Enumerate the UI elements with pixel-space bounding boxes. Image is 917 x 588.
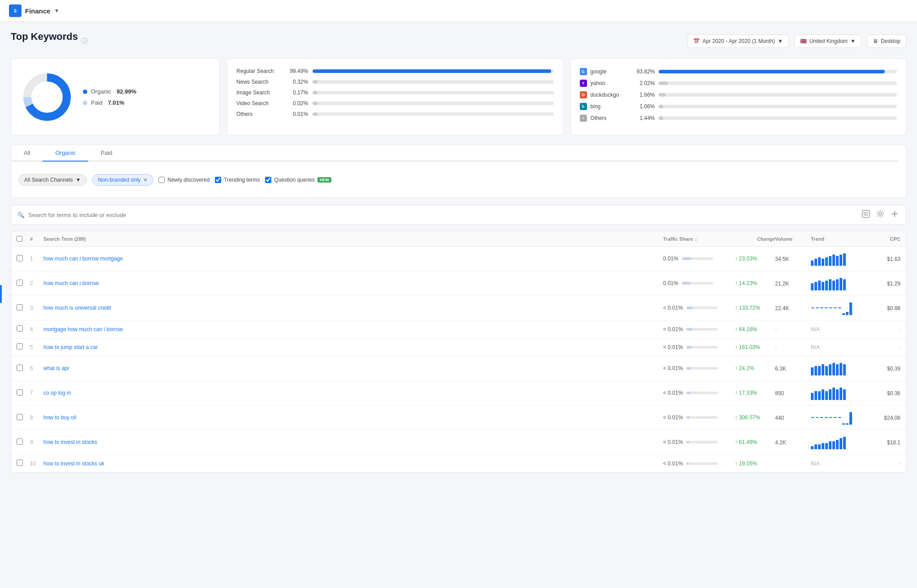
row-term[interactable]: how to jump start a car — [43, 344, 663, 350]
logo: G — [9, 4, 21, 17]
row-checkbox-cell[interactable] — [17, 365, 30, 372]
organic-legend: Organic 92.99% — [83, 88, 137, 95]
trending-checkbox[interactable] — [215, 177, 221, 183]
sort-icon[interactable]: ↓ — [695, 236, 698, 242]
volume-na: - — [775, 460, 777, 467]
trend-bar — [843, 253, 846, 266]
row-checkbox-cell[interactable] — [17, 439, 30, 446]
trend-bar-dashed — [811, 417, 814, 418]
row-checkbox-cell[interactable] — [17, 343, 30, 351]
app-title[interactable]: Finance — [25, 7, 51, 15]
trend-bar — [811, 393, 814, 400]
row-term[interactable]: how to invest in stocks — [43, 439, 663, 445]
trend-bar — [843, 364, 846, 375]
volume-cell: 21.2K — [775, 280, 811, 287]
settings-icon[interactable] — [875, 209, 885, 221]
mini-bar-fill — [686, 307, 693, 309]
trending-filter[interactable]: Trending terms — [215, 177, 260, 183]
row-checkbox-cell[interactable] — [17, 389, 30, 397]
row-checkbox[interactable] — [17, 280, 23, 286]
newly-filter[interactable]: Newly discovered — [159, 177, 210, 183]
export-icon[interactable] — [861, 209, 871, 221]
trend-bar — [836, 364, 839, 375]
row-checkbox[interactable] — [17, 255, 23, 261]
row-checkbox-cell[interactable] — [17, 460, 30, 467]
trend-bar — [825, 443, 828, 449]
trend-bar-dashed — [820, 307, 823, 308]
row-term[interactable]: how much can i borrow mortgage — [43, 256, 663, 262]
trend-bar — [818, 366, 821, 375]
trend-cell — [811, 435, 865, 449]
row-number: 10 — [30, 460, 43, 467]
mini-bar-fill — [686, 346, 691, 349]
row-checkbox[interactable] — [17, 414, 23, 420]
engine-bar-fill — [659, 116, 664, 120]
mini-bar-fill — [686, 392, 690, 394]
row-term[interactable]: co op log in — [43, 390, 663, 396]
row-term[interactable]: how much is universal credit — [43, 305, 663, 311]
select-all-checkbox[interactable] — [17, 236, 22, 242]
row-term[interactable]: mortgage how much can i borrow — [43, 326, 663, 332]
row-checkbox[interactable] — [17, 325, 23, 332]
info-icon[interactable]: ⓘ — [81, 37, 88, 45]
row-checkbox-cell[interactable] — [17, 255, 30, 263]
row-checkbox[interactable] — [17, 365, 23, 371]
trend-bar — [822, 443, 824, 449]
row-checkbox[interactable] — [17, 460, 23, 466]
question-checkbox[interactable] — [265, 177, 271, 183]
channel-row: Regular Search 99.49% — [236, 68, 553, 74]
date-filter[interactable]: 📅 Apr 2020 - Apr 2020 (1 Month) ▼ — [687, 34, 789, 48]
traffic-pct: < 0.01% — [663, 344, 683, 350]
row-checkbox-cell[interactable] — [17, 414, 30, 422]
change-cell: ↑ 306.57% — [735, 414, 775, 421]
trend-bar — [843, 279, 846, 290]
row-term[interactable]: how to buy oil — [43, 414, 663, 421]
donut-chart — [20, 70, 74, 124]
volume-value: 850 — [775, 390, 784, 396]
dropdown-arrow-icon[interactable]: ▼ — [54, 8, 60, 14]
row-checkbox-cell[interactable] — [17, 304, 30, 312]
traffic-pct: 0.01% — [663, 256, 678, 262]
channel-pct: 0.32% — [286, 79, 308, 85]
traffic-cell: 0.01% — [663, 280, 735, 286]
row-checkbox[interactable] — [17, 439, 23, 445]
trend-bar — [829, 441, 831, 449]
row-checkbox-cell[interactable] — [17, 280, 30, 287]
nonbranded-close-icon[interactable]: ✕ — [143, 177, 147, 183]
tab-all[interactable]: All — [11, 145, 43, 162]
mini-bar-track — [686, 346, 718, 349]
search-input[interactable] — [28, 212, 861, 218]
channel-list: Regular Search 99.49% News Search 0.32% … — [236, 68, 553, 117]
row-checkbox[interactable] — [17, 343, 23, 349]
th-checkbox — [17, 236, 30, 242]
top-panels: Organic 92.99% Paid 7.01% Regular Search… — [11, 59, 906, 136]
nonbranded-filter-chip[interactable]: Non-branded only ✕ — [92, 174, 153, 186]
change-cell: ↑ 161.03% — [735, 344, 775, 350]
channels-filter-chip[interactable]: All Search Channels ▼ — [18, 174, 87, 186]
volume-value: 4.2K — [775, 439, 786, 446]
question-filter[interactable]: Question queries NEW — [265, 177, 331, 183]
trend-bar — [822, 389, 824, 400]
mini-bar-track — [686, 328, 718, 331]
th-traffic: Traffic Share ↓ — [663, 236, 735, 242]
tab-organic[interactable]: Organic — [43, 145, 88, 162]
svg-text:G: G — [14, 9, 17, 13]
row-term[interactable]: what is apr — [43, 365, 663, 371]
row-term[interactable]: how to invest in stocks uk — [43, 460, 663, 467]
engine-icon: • — [580, 115, 587, 122]
tab-paid[interactable]: Paid — [88, 145, 125, 162]
device-filter[interactable]: 🖥 Desktop — [867, 34, 906, 48]
row-checkbox[interactable] — [17, 304, 23, 311]
mini-bar-fill — [686, 367, 691, 370]
volume-cell: 440 — [775, 414, 811, 421]
trend-bar — [836, 389, 839, 400]
row-term[interactable]: how much can i borrow — [43, 280, 663, 286]
region-filter[interactable]: 🇬🇧 United Kingdom ▼ — [794, 34, 861, 48]
row-checkbox-cell[interactable] — [17, 325, 30, 333]
row-checkbox[interactable] — [17, 389, 23, 396]
trend-bar — [818, 281, 821, 290]
question-label: Question queries — [274, 177, 315, 183]
newly-checkbox[interactable] — [159, 177, 165, 183]
traffic-cell: < 0.01% — [663, 460, 735, 467]
add-icon[interactable] — [890, 209, 900, 221]
